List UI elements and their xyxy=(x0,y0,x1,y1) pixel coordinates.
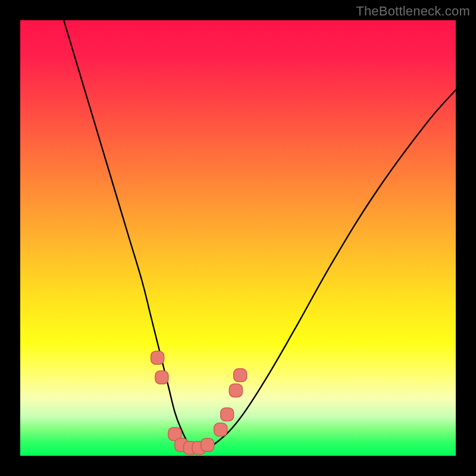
chart-frame: TheBottleneck.com xyxy=(0,0,476,476)
curve-markers xyxy=(151,351,247,455)
curve-marker xyxy=(221,408,234,421)
curve-marker xyxy=(155,371,168,384)
bottleneck-curve xyxy=(64,20,456,450)
curve-marker xyxy=(214,423,227,436)
curve-marker xyxy=(201,439,214,452)
curve-layer xyxy=(20,20,456,456)
watermark-text: TheBottleneck.com xyxy=(356,4,470,19)
plot-area xyxy=(20,20,456,456)
curve-marker xyxy=(151,351,164,364)
curve-marker xyxy=(234,369,247,382)
curve-marker xyxy=(229,384,242,397)
